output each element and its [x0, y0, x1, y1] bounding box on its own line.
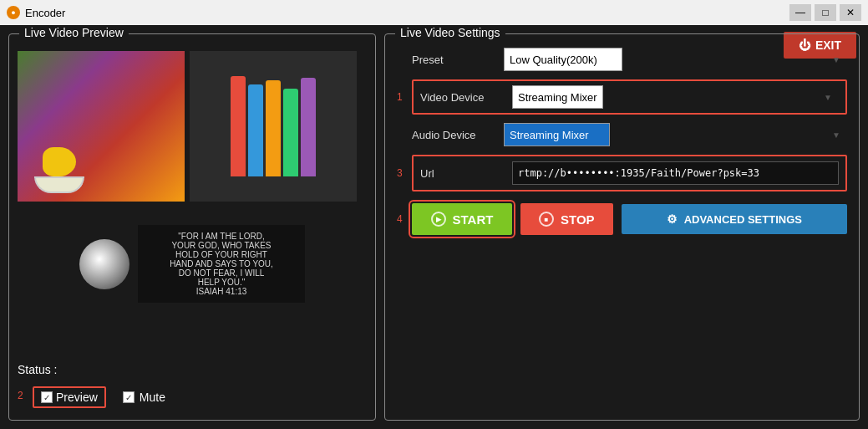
bottom-preview-area: "FOR I AM THE LORD, YOUR GOD, WHO TAKES … [18, 225, 367, 303]
stop-button[interactable]: ■ STOP [520, 203, 613, 235]
person-5 [301, 78, 316, 176]
preview-area [18, 51, 367, 218]
main-content: Live Video Preview "FOR I AM THE [0, 25, 868, 429]
person-2 [248, 84, 263, 176]
person-3 [266, 80, 281, 176]
audio-device-label: Audio Device [412, 129, 495, 141]
action-area: 4 ▶ START ■ STOP ⚙ ADVANCED SETTINGS [397, 203, 847, 235]
audio-device-select[interactable]: Streaming MixerDefault MicrophoneSystem … [504, 123, 610, 146]
status-label: Status : [18, 363, 57, 376]
action-row-number: 4 [397, 213, 407, 225]
start-label: START [453, 212, 494, 227]
url-label: Url [420, 167, 504, 180]
start-icon: ▶ [431, 212, 446, 227]
stop-label: STOP [561, 212, 595, 227]
maximize-button[interactable]: □ [815, 4, 836, 21]
left-panel: Live Video Preview "FOR I AM THE [8, 33, 376, 421]
stop-icon: ■ [539, 212, 554, 227]
left-panel-title: Live Video Preview [19, 26, 129, 39]
audio-device-select-wrapper: Streaming MixerDefault MicrophoneSystem … [504, 123, 847, 146]
preset-form-row: Preset Low Quality(200k)Medium Quality(5… [412, 48, 847, 71]
preset-select-wrapper: Low Quality(200k)Medium Quality(500k)Hig… [504, 48, 847, 71]
checkbox-row: ✓ Preview ✓ Mute [33, 386, 165, 411]
video-device-select-wrapper: Streaming MixerDefault CameraScreen Capt… [512, 85, 839, 109]
preview-label: Preview [56, 391, 98, 404]
audio-device-form-row: Audio Device Streaming MixerDefault Micr… [412, 123, 847, 146]
group-silhouette [231, 76, 316, 176]
duck-shape [43, 147, 76, 176]
app-title: Encoder [25, 7, 65, 19]
orb-visual [79, 239, 129, 289]
url-input[interactable] [512, 161, 839, 185]
person-1 [231, 76, 246, 176]
preset-label: Preset [412, 54, 495, 66]
title-bar: ● Encoder — □ ✕ [0, 0, 868, 25]
action-row: ▶ START ■ STOP ⚙ ADVANCED SETTINGS [412, 203, 847, 235]
video-device-border: Video Device Streaming MixerDefault Came… [412, 79, 847, 115]
right-panel: Live Video Settings 1 Preset Low Quality… [384, 33, 860, 421]
gear-icon: ⚙ [667, 212, 678, 226]
preview-frame-1 [18, 51, 185, 202]
bible-text: "FOR I AM THE LORD, YOUR GOD, WHO TAKES … [138, 225, 305, 303]
video-device-row-number: 1 [397, 91, 407, 103]
checkbox-area: 2 ✓ Preview ✓ Mute [18, 380, 367, 411]
video-device-select[interactable]: Streaming MixerDefault CameraScreen Capt… [512, 85, 603, 109]
preview-checkbox[interactable]: ✓ [41, 391, 53, 403]
mute-checkbox-label[interactable]: ✓ Mute [123, 386, 165, 408]
title-bar-left: ● Encoder [7, 6, 65, 19]
bowl-shape [34, 176, 84, 193]
start-button[interactable]: ▶ START [412, 203, 512, 235]
minimize-button[interactable]: — [789, 4, 811, 21]
advanced-settings-button[interactable]: ⚙ ADVANCED SETTINGS [622, 204, 847, 234]
video-device-row-outer: 1 Video Device Streaming MixerDefault Ca… [397, 79, 847, 115]
mute-checkbox[interactable]: ✓ [123, 391, 135, 403]
preset-row-outer: 1 Preset Low Quality(200k)Medium Quality… [397, 48, 847, 71]
preset-select[interactable]: Low Quality(200k)Medium Quality(500k)Hig… [504, 48, 622, 71]
mute-label: Mute [140, 391, 165, 404]
audio-device-row-outer: 1 Audio Device Streaming MixerDefault Mi… [397, 123, 847, 146]
video-device-label: Video Device [420, 91, 504, 104]
app-icon: ● [7, 6, 20, 19]
preview-frame-2 [190, 51, 357, 202]
window-close-button[interactable]: ✕ [840, 4, 861, 21]
right-panel-title: Live Video Settings [395, 26, 505, 39]
row-number-2: 2 [18, 390, 28, 401]
preview-checkbox-label[interactable]: ✓ Preview [33, 386, 106, 408]
status-row: Status : [18, 356, 367, 376]
url-row-number: 3 [397, 167, 407, 179]
person-4 [283, 89, 298, 176]
title-bar-controls: — □ ✕ [789, 4, 861, 21]
advanced-label: ADVANCED SETTINGS [684, 213, 802, 226]
url-row-outer: 3 Url [397, 155, 847, 192]
url-border: Url [412, 155, 847, 192]
